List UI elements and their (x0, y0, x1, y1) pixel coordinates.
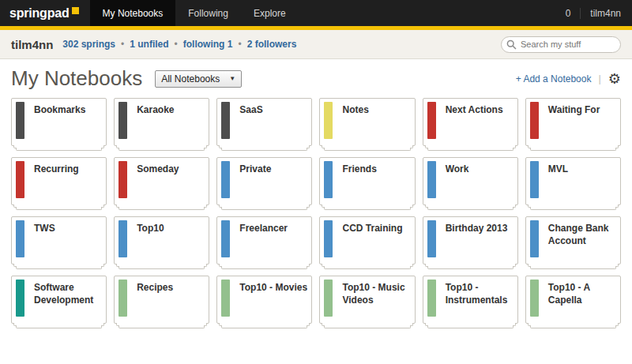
notebook-spine (118, 161, 127, 198)
notebook-card[interactable]: Recipes (114, 276, 209, 324)
tab-label: Following (188, 8, 228, 19)
notebook-spine (221, 161, 230, 198)
unfiled-link[interactable]: 1 unfiled (130, 39, 168, 50)
notebook-spine (16, 220, 24, 257)
followers-link[interactable]: 2 followers (247, 39, 297, 50)
bullet-separator: • (238, 39, 241, 50)
logo-text: springpad (9, 6, 70, 21)
springs-count-link[interactable]: 302 springs (62, 39, 115, 50)
tab-label: Explore (254, 8, 286, 19)
notebook-spine (324, 220, 333, 257)
gear-icon[interactable]: ⚙ (608, 72, 621, 86)
add-notebook-button[interactable]: + Add a Notebook (516, 73, 592, 84)
notebook-spine (221, 280, 230, 317)
notebook-title: Freelancer (239, 223, 307, 235)
notebook-card[interactable]: TWS (11, 216, 107, 265)
primary-nav: My Notebooks Following Explore (90, 0, 299, 26)
logo-mark-icon (72, 7, 79, 14)
notebook-spine (221, 220, 230, 257)
notebook-title: Waiting For (548, 104, 616, 117)
notebook-spine (16, 280, 24, 317)
notebook-title: Birthday 2013 (446, 223, 514, 235)
notebook-card[interactable]: Work (423, 157, 518, 205)
notebook-spine (324, 161, 333, 198)
notebook-card[interactable]: CCD Training (319, 216, 415, 265)
notebook-title: Top10 - A Capella (548, 282, 616, 306)
section-header-actions: + Add a Notebook | ⚙ (516, 72, 621, 86)
notebook-title: Work (446, 163, 514, 176)
tab-label: My Notebooks (103, 8, 164, 19)
notebook-title: Software Development (34, 282, 102, 306)
topbar-right: 0 tilm4nn (566, 0, 632, 26)
section-header: My Notebooks All Notebooks ▼ + Add a Not… (11, 59, 621, 98)
tab-explore[interactable]: Explore (241, 0, 299, 26)
notebook-card[interactable]: Private (216, 157, 312, 205)
notebook-title: Someday (137, 163, 205, 176)
notebook-card[interactable]: Friends (319, 157, 415, 205)
main-content: My Notebooks All Notebooks ▼ + Add a Not… (0, 59, 632, 332)
notebook-spine (16, 161, 24, 198)
notebook-title: Top10 - Movies (239, 282, 307, 295)
user-menu[interactable]: tilm4nn (590, 8, 621, 19)
notebook-card[interactable]: Top10 - Movies (216, 276, 312, 324)
notebook-title: Recipes (137, 282, 205, 295)
notebook-card[interactable]: Top10 - Music Videos (319, 276, 415, 324)
notebook-card[interactable]: Top10 - Instrumentals (423, 276, 518, 324)
bullet-separator: • (175, 39, 178, 50)
notebook-card[interactable]: Someday (114, 157, 209, 205)
notebook-card[interactable]: Karaoke (114, 98, 209, 146)
notebook-card[interactable]: Software Development (11, 276, 107, 324)
search-input[interactable] (501, 36, 621, 53)
notebook-card[interactable]: Freelancer (216, 216, 312, 265)
notebook-spine (16, 102, 24, 139)
notebook-spine (427, 161, 436, 198)
springpad-logo[interactable]: springpad (0, 0, 90, 26)
notebook-spine (530, 161, 539, 198)
notebook-title: Top10 - Instrumentals (446, 282, 514, 306)
notebook-spine (118, 280, 127, 317)
notebook-card[interactable]: SaaS (216, 98, 312, 146)
notebook-card[interactable]: Top10 (114, 216, 209, 265)
user-stats-bar: tilm4nn 302 springs • 1 unfiled • follow… (0, 30, 632, 59)
tab-my-notebooks[interactable]: My Notebooks (90, 0, 176, 26)
notebook-spine (221, 102, 230, 139)
notebook-title: Top10 (137, 223, 205, 235)
notebook-title: Recurring (34, 163, 102, 176)
topbar-divider (580, 8, 581, 19)
notebook-title: Notes (342, 104, 410, 117)
notebook-filter-dropdown[interactable]: All Notebooks ▼ (155, 70, 242, 88)
notebook-spine (530, 102, 539, 139)
notebook-title: Private (239, 163, 307, 176)
notebook-title: Top10 - Music Videos (342, 282, 410, 306)
following-link[interactable]: following 1 (183, 39, 233, 50)
notebook-card[interactable]: MVL (525, 157, 621, 205)
notebook-card[interactable]: Top10 - A Capella (525, 276, 621, 324)
notebook-title: MVL (548, 163, 616, 176)
tab-following[interactable]: Following (175, 0, 241, 26)
notebook-card[interactable]: Birthday 2013 (423, 216, 518, 265)
notebook-title: SaaS (239, 104, 307, 117)
notebook-card[interactable]: Notes (319, 98, 415, 146)
notebook-spine (530, 280, 539, 317)
notebook-card[interactable]: Waiting For (525, 98, 621, 146)
notebook-title: CCD Training (342, 223, 410, 235)
chevron-down-icon: ▼ (229, 75, 235, 82)
notebook-title: Karaoke (137, 104, 205, 117)
notebook-card[interactable]: Recurring (11, 157, 107, 205)
notebook-card[interactable]: Bookmarks (11, 98, 107, 146)
page-title: My Notebooks (11, 66, 142, 91)
dropdown-selected-value: All Notebooks (161, 73, 220, 84)
notebook-spine (427, 220, 436, 257)
notebook-spine (530, 220, 539, 257)
notification-count[interactable]: 0 (566, 8, 571, 19)
notebook-card[interactable]: Change Bank Account (525, 216, 621, 265)
notebook-card[interactable]: Next Actions (423, 98, 518, 146)
notebook-title: Friends (342, 163, 410, 176)
notebook-title: Change Bank Account (548, 223, 616, 247)
notebook-spine (427, 102, 436, 139)
bullet-separator: • (121, 39, 124, 50)
vertical-divider: | (598, 73, 600, 84)
username-label: tilm4nn (11, 38, 53, 51)
search-box (501, 36, 621, 53)
notebook-spine (118, 102, 127, 139)
